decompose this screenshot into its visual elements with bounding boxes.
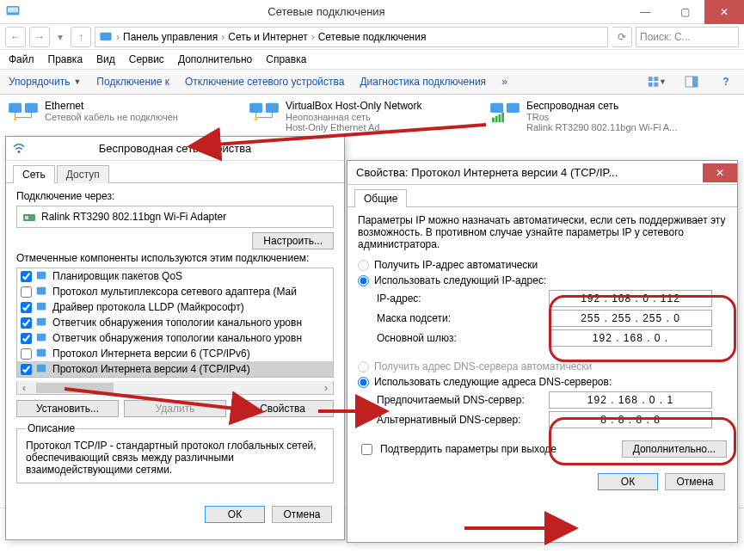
conn-adapter: Host-Only Ethernet Ad...	[286, 122, 422, 132]
layout-icon[interactable]: ▼	[648, 72, 667, 91]
component-checkbox[interactable]	[21, 286, 32, 298]
component-checkbox[interactable]	[21, 364, 32, 375]
component-row[interactable]: Драйвер протокола LLDP (Майкрософт)	[17, 299, 333, 315]
nav-back[interactable]: ←	[5, 27, 26, 47]
svg-rect-13	[266, 103, 279, 113]
command-bar: Упорядочить▼ Подключение к Отключение се…	[0, 69, 744, 95]
nav-forward[interactable]: →	[29, 27, 50, 47]
breadcrumb[interactable]: › Панель управления › Сеть и Интернет › …	[95, 27, 608, 47]
svg-rect-35	[37, 334, 46, 342]
advanced-button[interactable]: Дополнительно...	[622, 440, 727, 458]
cmd-diagnose[interactable]: Диагностика подключения	[360, 76, 486, 88]
close-icon[interactable]: ✕	[703, 163, 737, 182]
protocol-icon	[35, 316, 49, 329]
nav-recent[interactable]: ▾	[53, 27, 67, 47]
adapter-name: Ralink RT3290 802.11bgn Wi-Fi Adapter	[41, 211, 226, 223]
crumb-1[interactable]: Сеть и Интернет	[228, 31, 307, 43]
protocol-icon	[35, 331, 49, 345]
cmd-disable[interactable]: Отключение сетевого устройства	[185, 76, 344, 88]
ip-input[interactable]: 192 . 168 . 0 . 112	[549, 290, 712, 307]
confirm-checkbox[interactable]: Подтвердить параметры при выходе	[358, 441, 556, 458]
svg-rect-32	[37, 287, 46, 295]
adapter-box: Ralink RT3290 802.11bgn Wi-Fi Adapter	[16, 206, 334, 228]
dialog-title: Свойства: Протокол Интернета версии 4 (T…	[347, 161, 737, 185]
gw-input[interactable]: 192 . 168 . 0 .	[549, 329, 712, 347]
network-icon	[7, 100, 40, 126]
horizontal-scrollbar[interactable]: ‹›	[16, 381, 334, 395]
radio-dns-manual[interactable]: Использовать следующие адреса DNS-сервер…	[358, 376, 727, 388]
ok-button[interactable]: ОК	[205, 506, 265, 523]
menu-edit[interactable]: Правка	[48, 53, 83, 65]
svg-rect-19	[499, 114, 501, 122]
address-bar: ← → ▾ ↑ › Панель управления › Сеть и Инт…	[0, 24, 744, 50]
mask-input[interactable]: 255 . 255 . 255 . 0	[549, 310, 712, 327]
crumb-0[interactable]: Панель управления	[123, 31, 218, 43]
maximize-button[interactable]: ▢	[665, 0, 704, 24]
properties-button[interactable]: Свойства	[231, 400, 334, 417]
component-checkbox[interactable]	[21, 333, 32, 344]
wifi-icon	[11, 140, 27, 158]
tab-network[interactable]: Сеть	[13, 165, 55, 183]
component-row[interactable]: Планировщик пакетов QoS	[17, 268, 333, 284]
component-row[interactable]: Протокол Интернета версии 4 (TCP/IPv4)	[17, 361, 333, 377]
dns1-input[interactable]: 192 . 168 . 0 . 1	[549, 391, 712, 409]
cmd-organize[interactable]: Упорядочить▼	[9, 76, 81, 88]
menu-help[interactable]: Справка	[266, 53, 306, 65]
gw-label: Основной шлюз:	[377, 332, 549, 344]
svg-rect-10	[25, 103, 38, 113]
refresh-button[interactable]: ⟳	[612, 27, 632, 47]
component-label: Драйвер протокола LLDP (Майкрософт)	[52, 301, 244, 313]
protocol-icon	[35, 285, 49, 298]
description-text: Протокол TCP/IP - стандартный протокол г…	[26, 440, 324, 476]
minimize-button[interactable]: —	[625, 0, 665, 24]
radio-ip-auto[interactable]: Получить IP-адрес автоматически	[358, 259, 727, 271]
configure-button[interactable]: Настроить...	[252, 232, 334, 249]
component-label: Протокол Интернета версии 6 (TCP/IPv6)	[52, 348, 250, 360]
component-row[interactable]: Протокол мультиплексора сетевого адаптер…	[17, 284, 333, 299]
nav-up[interactable]: ↑	[71, 27, 91, 47]
component-row[interactable]: Ответчик обнаружения топологии канальног…	[17, 330, 333, 346]
menu-tools[interactable]: Сервис	[129, 53, 164, 65]
protocol-icon	[35, 347, 49, 360]
component-row[interactable]: Протокол Интернета версии 6 (TCP/IPv6)	[17, 346, 333, 361]
cancel-button[interactable]: Отмена	[272, 506, 332, 523]
svg-rect-1	[8, 7, 18, 12]
components-label: Отмеченные компоненты используются этим …	[16, 252, 334, 264]
cmd-more[interactable]: »	[501, 76, 507, 88]
menu-view[interactable]: Вид	[96, 53, 115, 65]
app-icon	[5, 3, 22, 21]
svg-rect-15	[490, 103, 503, 113]
menu-file[interactable]: Файл	[9, 53, 34, 65]
ok-button[interactable]: ОК	[598, 473, 658, 490]
svg-rect-31	[37, 272, 46, 280]
cancel-button[interactable]: Отмена	[665, 473, 725, 490]
conn-name: Беспроводная сеть	[526, 100, 677, 112]
help-icon[interactable]: ?	[716, 72, 735, 91]
component-row[interactable]: Ответчик обнаружения топологии канальног…	[17, 315, 333, 330]
svg-rect-34	[37, 318, 46, 326]
tab-sharing[interactable]: Доступ	[57, 165, 109, 183]
folder-icon	[99, 30, 113, 44]
search-input[interactable]: Поиск: С...	[636, 27, 739, 47]
crumb-2[interactable]: Сетевые подключения	[318, 31, 427, 43]
component-checkbox[interactable]	[21, 271, 32, 282]
component-label: Планировщик пакетов QoS	[52, 270, 182, 282]
close-button[interactable]: ✕	[704, 0, 744, 24]
dns2-input[interactable]: 8 . 8 . 8 . 8	[549, 411, 712, 428]
component-list[interactable]: Планировщик пакетов QoSПротокол мультипл…	[16, 268, 334, 378]
svg-rect-6	[654, 83, 658, 87]
tab-general[interactable]: Общие	[354, 189, 407, 207]
cmd-connect[interactable]: Подключение к	[96, 76, 169, 88]
conn-status: Неопознанная сеть	[286, 112, 422, 122]
svg-rect-5	[649, 83, 653, 87]
description-header: Описание	[26, 422, 77, 434]
component-checkbox[interactable]	[21, 317, 32, 329]
radio-ip-manual[interactable]: Использовать следующий IP-адрес:	[358, 274, 727, 286]
svg-rect-8	[692, 77, 698, 87]
menu-extra[interactable]: Дополнительно	[178, 53, 252, 65]
description-box: Описание Протокол TCP/IP - стандартный п…	[16, 422, 334, 483]
preview-pane-icon[interactable]	[682, 72, 701, 91]
component-checkbox[interactable]	[21, 348, 32, 360]
component-checkbox[interactable]	[21, 302, 32, 313]
install-button[interactable]: Установить...	[16, 400, 119, 417]
